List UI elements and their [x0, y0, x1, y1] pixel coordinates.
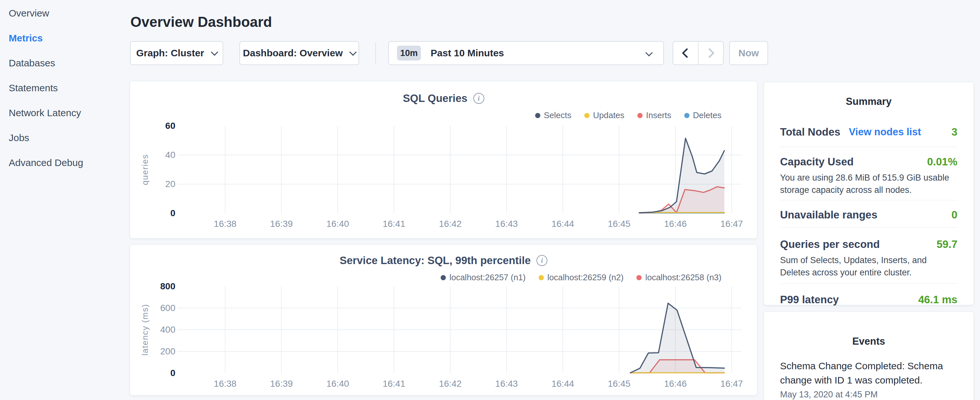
svg-text:16:46: 16:46: [664, 219, 687, 229]
chart-title: Service Latency: SQL, 99th percentile i: [130, 254, 757, 267]
page-title: Overview Dashboard: [130, 14, 272, 30]
svg-text:16:40: 16:40: [326, 219, 349, 229]
svg-text:16:44: 16:44: [552, 379, 574, 389]
chevron-down-icon: [349, 49, 357, 56]
unavailable-ranges-value: 0: [951, 209, 957, 222]
info-icon[interactable]: i: [473, 93, 484, 104]
y-tick-label: 400: [160, 325, 175, 335]
legend-dot-icon: [539, 275, 544, 280]
events-panel: Events Schema Change Completed: Schema c…: [764, 311, 974, 400]
legend-label: Updates: [593, 110, 624, 120]
svg-text:16:40: 16:40: [326, 379, 349, 389]
chart-legend: SelectsUpdatesInsertsDeletes: [535, 110, 721, 120]
sidebar: Overview Metrics Databases Statements Ne…: [0, 0, 129, 175]
svg-text:16:43: 16:43: [495, 379, 518, 389]
legend-item: Updates: [584, 110, 624, 120]
summary-row-p99: P99 latency 46.1 ms: [780, 284, 957, 312]
service-latency-plot: 16:3816:3916:4016:4116:4216:4316:4416:45…: [177, 287, 741, 391]
svg-text:16:38: 16:38: [214, 219, 237, 229]
time-step-buttons: [673, 41, 724, 65]
sidebar-item-jobs[interactable]: Jobs: [0, 125, 129, 150]
svg-text:16:38: 16:38: [214, 379, 237, 389]
legend-label: localhost:26258 (n3): [645, 273, 721, 282]
chart-title: SQL Queries i: [130, 92, 757, 105]
sidebar-item-advanced-debug[interactable]: Advanced Debug: [0, 150, 129, 175]
legend-label: localhost:26257 (n1): [449, 273, 526, 282]
summary-row-unavailable-ranges: Unavailable ranges 0: [780, 200, 957, 227]
svg-text:16:44: 16:44: [552, 219, 574, 229]
svg-text:16:41: 16:41: [383, 379, 406, 389]
view-nodes-list-link[interactable]: View nodes list: [849, 126, 921, 139]
svg-text:16:41: 16:41: [383, 219, 406, 229]
previous-timespan-button[interactable]: [673, 42, 698, 64]
chevron-right-icon: [704, 48, 714, 58]
graph-dropdown-label: Graph: Cluster: [136, 48, 204, 59]
p99-latency-value: 46.1 ms: [918, 293, 957, 306]
summary-panel: Summary Total Nodes View nodes list 3 Ca…: [764, 82, 974, 305]
sidebar-item-statements[interactable]: Statements: [0, 75, 129, 100]
qps-description: Sum of Selects, Updates, Inserts, and De…: [780, 254, 957, 279]
legend-dot-icon: [584, 113, 590, 118]
y-tick-label: 0: [170, 368, 175, 378]
sql-queries-chart-card: SQL Queries i SelectsUpdatesInsertsDelet…: [130, 81, 757, 239]
chevron-left-icon: [682, 48, 692, 58]
legend-dot-icon: [684, 113, 689, 118]
legend-dot-icon: [637, 113, 643, 118]
graph-dropdown[interactable]: Graph: Cluster: [130, 41, 223, 65]
y-tick-label: 0: [170, 209, 175, 218]
dashboard-dropdown-label: Dashboard: Overview: [243, 48, 343, 59]
next-timespan-button[interactable]: [698, 42, 723, 64]
sidebar-item-network-latency[interactable]: Network Latency: [0, 100, 129, 125]
chevron-down-icon: [211, 49, 218, 56]
svg-text:16:47: 16:47: [720, 379, 743, 389]
y-tick-label: 600: [160, 303, 175, 313]
y-axis-ticks: 0200400600800: [130, 287, 175, 373]
sidebar-item-databases[interactable]: Databases: [0, 51, 129, 75]
time-range-badge: 10m: [397, 46, 421, 61]
events-title: Events: [764, 312, 974, 347]
y-tick-label: 40: [165, 150, 175, 160]
svg-text:16:42: 16:42: [439, 379, 462, 389]
legend-item: Deletes: [684, 110, 721, 120]
capacity-value: 0.01%: [927, 155, 957, 168]
legend-dot-icon: [636, 275, 641, 280]
list-item[interactable]: Schema Change Completed: Schema change w…: [780, 359, 957, 400]
summary-row-qps: Queries per second 59.7 Sum of Selects, …: [780, 227, 957, 284]
qps-value: 59.7: [937, 238, 957, 251]
info-icon[interactable]: i: [536, 255, 547, 266]
y-tick-label: 200: [160, 347, 175, 356]
chevron-down-icon: [646, 49, 653, 57]
event-text: Schema Change Completed: Schema change w…: [780, 359, 957, 387]
toolbar-divider: [375, 42, 376, 64]
sidebar-item-metrics[interactable]: Metrics: [0, 25, 129, 51]
unavailable-ranges-label: Unavailable ranges: [780, 209, 877, 222]
legend-item: localhost:26259 (n2): [539, 273, 624, 282]
svg-text:16:39: 16:39: [270, 219, 293, 229]
legend-label: Inserts: [646, 110, 671, 120]
svg-text:16:43: 16:43: [495, 219, 518, 229]
svg-text:16:39: 16:39: [270, 379, 293, 389]
time-range-label: Past 10 Minutes: [431, 48, 504, 59]
legend-item: Inserts: [637, 110, 671, 120]
total-nodes-value: 3: [951, 126, 957, 139]
legend-label: Deletes: [693, 110, 721, 120]
sidebar-item-overview[interactable]: Overview: [0, 1, 129, 25]
legend-label: Selects: [544, 110, 571, 120]
svg-text:16:46: 16:46: [664, 379, 687, 389]
event-timestamp: May 13, 2020 at 4:45 PM: [780, 390, 957, 400]
y-tick-label: 60: [165, 121, 175, 131]
qps-label: Queries per second: [780, 238, 880, 251]
chart-title-text: SQL Queries: [403, 92, 467, 105]
summary-row-total-nodes: Total Nodes View nodes list 3: [780, 107, 957, 147]
svg-text:16:45: 16:45: [608, 219, 630, 229]
dashboard-dropdown[interactable]: Dashboard: Overview: [239, 41, 359, 65]
legend-item: localhost:26258 (n3): [636, 273, 721, 282]
time-range-dropdown[interactable]: 10m Past 10 Minutes: [388, 41, 664, 65]
service-latency-chart-card: Service Latency: SQL, 99th percentile i …: [130, 244, 757, 395]
y-axis-ticks: 0204060: [130, 126, 175, 213]
sql-queries-plot: 16:3816:3916:4016:4116:4216:4316:4416:45…: [177, 126, 741, 231]
now-button[interactable]: Now: [729, 41, 768, 65]
chart-title-text: Service Latency: SQL, 99th percentile: [340, 254, 531, 267]
y-tick-label: 800: [160, 282, 175, 291]
legend-label: localhost:26259 (n2): [547, 273, 624, 282]
